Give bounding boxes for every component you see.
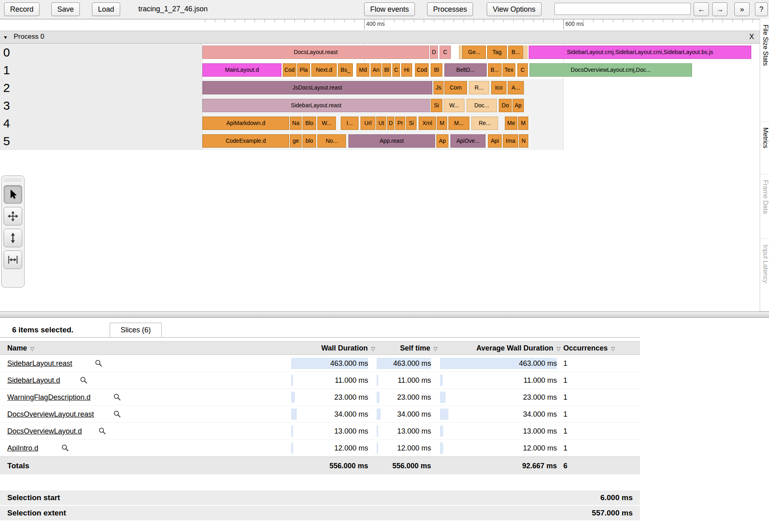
trace-slice[interactable]: Url (361, 117, 375, 130)
trace-slice[interactable]: App.reast (348, 134, 435, 148)
help-button[interactable]: ? (755, 2, 768, 16)
close-process-icon[interactable]: X (749, 33, 754, 41)
trace-slice[interactable]: Blo (302, 117, 316, 130)
trace-slice[interactable]: Md (356, 63, 369, 77)
trace-slice[interactable]: Xml (419, 117, 436, 130)
pane-splitter[interactable] (0, 311, 769, 318)
view-options-button[interactable]: View Options (487, 2, 542, 16)
trace-slice[interactable]: N (519, 134, 528, 148)
trace-slice[interactable]: Bs_ (338, 63, 353, 77)
trace-slice[interactable]: W... (444, 99, 465, 112)
trace-slice[interactable]: blo (302, 134, 316, 148)
magnifier-icon[interactable] (113, 410, 121, 419)
palette-grip[interactable] (4, 178, 22, 182)
trace-slice[interactable]: Hi (401, 63, 412, 77)
trace-slice[interactable]: Bl (382, 63, 391, 77)
trace-slice[interactable]: Js (433, 81, 444, 94)
magnifier-icon[interactable] (113, 393, 121, 403)
trace-slice[interactable]: Re... (471, 117, 498, 130)
trace-slice[interactable]: JsDocsLayout.reast (202, 81, 432, 94)
collapse-triangle-icon[interactable]: ▾ (4, 34, 7, 40)
trace-slice[interactable]: C (392, 63, 400, 77)
trace-slice[interactable]: I... (341, 117, 358, 130)
trace-slice[interactable]: B... (488, 63, 502, 77)
find-next-button[interactable]: → (712, 2, 727, 16)
column-header-avg[interactable]: Average Wall Duration▽ (399, 342, 561, 355)
slice-name-link[interactable]: ApiIntro.d (7, 440, 38, 457)
magnifier-icon[interactable] (95, 359, 102, 369)
load-button[interactable]: Load (92, 2, 120, 16)
trace-slice[interactable]: Tex (502, 63, 515, 77)
magnifier-icon[interactable] (80, 376, 88, 386)
sort-arrow-icon[interactable]: ▽ (556, 346, 561, 352)
trace-slice[interactable]: Tag (487, 46, 507, 59)
magnifier-icon[interactable] (61, 444, 69, 453)
trace-slice[interactable] (524, 46, 527, 59)
timing-span-tool-button[interactable] (4, 250, 22, 269)
trace-slice[interactable]: No... (317, 134, 346, 148)
find-previous-button[interactable]: ← (694, 2, 709, 16)
search-input[interactable] (554, 3, 691, 15)
trace-slice[interactable]: D (430, 46, 438, 59)
trace-slice[interactable]: M... (448, 117, 469, 130)
trace-slice[interactable]: A... (508, 81, 524, 94)
trace-slice[interactable]: Pr (395, 117, 405, 130)
trace-slice[interactable]: MainLayout.d (202, 63, 281, 77)
trace-slice[interactable]: Ima (503, 134, 518, 148)
trace-slice[interactable]: C (440, 46, 451, 59)
column-header-name[interactable]: Name▽ (7, 342, 128, 355)
trace-slice[interactable]: Com (444, 81, 467, 94)
side-tab-input-latency[interactable]: Input Latency (760, 239, 769, 311)
trace-slice[interactable]: Si (406, 117, 417, 130)
slice-name-link[interactable]: DocsOverviewLayout.reast (7, 406, 94, 423)
trace-slice[interactable]: M (518, 117, 528, 130)
trace-slice[interactable]: Api (488, 134, 502, 148)
trace-slice[interactable]: Si (431, 99, 442, 112)
trace-slice[interactable]: Cod (283, 63, 296, 77)
process-header[interactable]: ▾ Process 0 X (0, 31, 760, 44)
save-button[interactable]: Save (51, 2, 80, 16)
processes-button[interactable]: Processes (427, 2, 473, 16)
side-tab-frame-data[interactable]: Frame Data (760, 174, 769, 239)
trace-slice[interactable]: R... (469, 81, 489, 94)
trace-slice[interactable]: Me (505, 117, 517, 130)
trace-slice[interactable]: Ico (491, 81, 506, 94)
slice-name-link[interactable]: WarningFlagDescription.d (7, 389, 90, 406)
slice-name-link[interactable]: DocsOverviewLayout.d (7, 423, 82, 440)
sort-arrow-icon[interactable]: ▽ (611, 346, 615, 352)
trace-slice[interactable]: Doc... (467, 99, 497, 112)
trace-slice[interactable]: SidebarLayout.reast (202, 99, 430, 112)
trace-slice[interactable]: W... (317, 117, 336, 130)
trace-slice[interactable]: C (517, 63, 528, 77)
trace-slice[interactable]: Ge... (463, 46, 486, 59)
trace-slice[interactable]: Cod (415, 63, 429, 77)
trace-slice[interactable]: Na (290, 117, 302, 130)
record-button[interactable]: Record (4, 2, 40, 16)
trace-slice[interactable]: BeltD... (444, 63, 487, 77)
sort-arrow-icon[interactable]: ▽ (30, 346, 34, 352)
trace-slice[interactable]: Ap (436, 134, 448, 148)
trace-slice[interactable]: ApiOve... (450, 134, 486, 148)
trace-slice[interactable]: ApiMarkdown.d (202, 117, 289, 130)
side-tab-file-size-stats[interactable]: File Size Stats (760, 19, 769, 122)
tab-slices[interactable]: Slices (6) (110, 323, 162, 337)
trace-slice[interactable]: Next.d (311, 63, 337, 77)
trace-slice[interactable]: Ap (513, 99, 524, 112)
trace-slice[interactable]: CodeExample.d (202, 134, 289, 148)
column-header-occ[interactable]: Occurrences▽ (563, 342, 638, 355)
side-tab-metrics[interactable]: Metrics (760, 122, 769, 174)
slice-name-link[interactable]: SidebarLayout.d (7, 372, 60, 389)
trace-slice[interactable]: DocsOverviewLayout.cmj,Doc... (529, 63, 692, 77)
trace-slice[interactable]: ge (290, 134, 302, 148)
vertical-zoom-tool-button[interactable] (4, 229, 22, 247)
trace-slice[interactable]: D (387, 117, 394, 130)
trace-slice[interactable]: B... (508, 46, 523, 59)
trace-slice[interactable]: SidebarLayout.cmj,SidebarLayout.cmi,Side… (529, 46, 751, 59)
overflow-button[interactable]: » (734, 2, 750, 16)
pan-tool-button[interactable] (4, 207, 22, 225)
trace-slice[interactable]: Bl (431, 63, 442, 77)
trace-slice[interactable]: M (437, 117, 447, 130)
trace-slice[interactable] (459, 46, 463, 59)
trace-slice[interactable]: Ut (376, 117, 386, 130)
trace-slice[interactable]: Pla (297, 63, 310, 77)
